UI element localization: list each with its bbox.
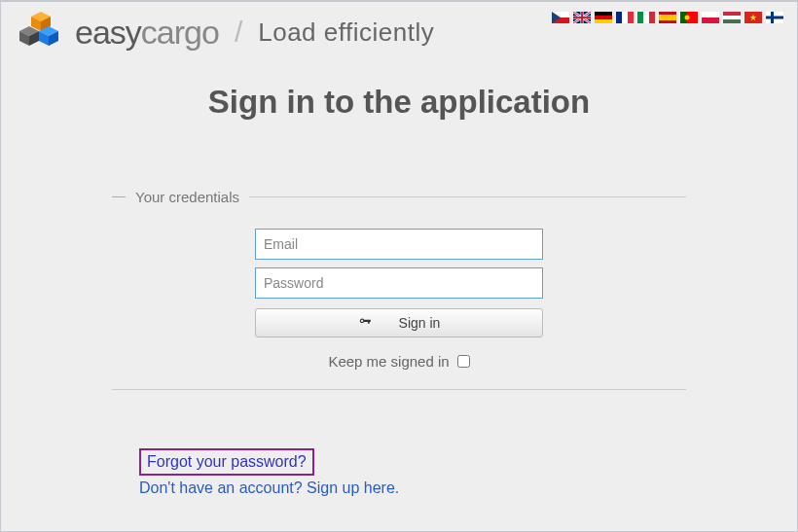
spain-flag[interactable] bbox=[659, 10, 676, 21]
fields: Sign in Keep me signed in bbox=[112, 229, 686, 370]
svg-rect-34 bbox=[723, 16, 741, 19]
brand-cargo: cargo bbox=[141, 14, 219, 51]
legend-text: Your credentials bbox=[135, 189, 239, 205]
keep-signed-in-label: Keep me signed in bbox=[328, 353, 449, 370]
brand-text: easycargo bbox=[75, 14, 219, 52]
sign-in-label: Sign in bbox=[399, 315, 441, 331]
legend-dash bbox=[112, 196, 126, 197]
login-form: Your credentials Sign in Keep me signed … bbox=[112, 189, 686, 497]
italy-flag[interactable] bbox=[637, 10, 655, 21]
keep-signed-in-row[interactable]: Keep me signed in bbox=[328, 353, 469, 370]
czech-flag[interactable] bbox=[552, 10, 569, 21]
brand-slash: / bbox=[235, 16, 242, 49]
svg-rect-31 bbox=[702, 12, 719, 18]
links: Forgot your password? Don't have an acco… bbox=[139, 448, 686, 497]
svg-rect-35 bbox=[723, 19, 741, 23]
key-icon bbox=[358, 315, 372, 332]
brand-easy: easy bbox=[75, 14, 141, 51]
password-field[interactable] bbox=[255, 267, 543, 299]
keep-signed-in-checkbox[interactable] bbox=[457, 355, 470, 368]
signup-row: Don't have an account? Sign up here. bbox=[139, 479, 686, 497]
signup-text: Don't have an account? bbox=[139, 479, 307, 496]
language-flags bbox=[552, 10, 783, 21]
legend-line bbox=[249, 196, 686, 197]
legend-row: Your credentials bbox=[112, 189, 686, 205]
svg-rect-19 bbox=[595, 19, 612, 23]
svg-rect-17 bbox=[595, 12, 612, 16]
svg-point-30 bbox=[685, 16, 690, 20]
svg-rect-25 bbox=[649, 12, 655, 23]
svg-rect-20 bbox=[616, 12, 622, 23]
divider bbox=[112, 389, 686, 390]
email-field[interactable] bbox=[255, 229, 543, 260]
france-flag[interactable] bbox=[616, 10, 634, 21]
portugal-flag[interactable] bbox=[680, 10, 698, 21]
uk-flag[interactable] bbox=[573, 10, 591, 21]
header: easycargo / Load efficiently bbox=[1, 2, 797, 54]
sign-in-button[interactable]: Sign in bbox=[255, 308, 543, 337]
svg-rect-40 bbox=[766, 17, 783, 19]
svg-rect-23 bbox=[637, 12, 643, 23]
poland-flag[interactable] bbox=[702, 10, 719, 21]
forgot-password-link[interactable]: Forgot your password? bbox=[139, 448, 314, 476]
signup-link[interactable]: Sign up here. bbox=[307, 479, 399, 496]
germany-flag[interactable] bbox=[595, 10, 612, 21]
svg-rect-21 bbox=[622, 12, 628, 23]
page-title: Sign in to the application bbox=[1, 84, 797, 121]
svg-rect-27 bbox=[659, 15, 676, 20]
finland-flag[interactable] bbox=[766, 10, 783, 21]
svg-rect-33 bbox=[723, 12, 741, 16]
hungary-flag[interactable] bbox=[723, 10, 741, 21]
logo-icon bbox=[18, 10, 63, 54]
svg-rect-22 bbox=[628, 12, 634, 23]
brand-tagline: Load efficiently bbox=[258, 18, 434, 48]
svg-rect-32 bbox=[702, 18, 719, 23]
svg-rect-16 bbox=[573, 17, 591, 18]
svg-rect-18 bbox=[595, 16, 612, 19]
vietnam-flag[interactable] bbox=[744, 10, 762, 21]
svg-rect-24 bbox=[643, 12, 649, 23]
